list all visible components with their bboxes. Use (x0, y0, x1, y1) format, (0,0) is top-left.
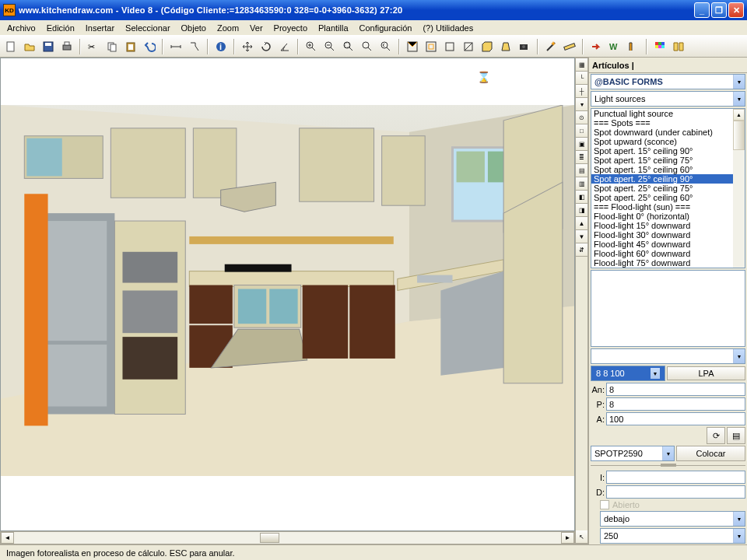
menu-insertar[interactable]: Insertar (80, 22, 120, 34)
i-field[interactable] (606, 471, 745, 484)
menu-objeto[interactable]: Objeto (176, 22, 212, 34)
list-item[interactable]: Flood-light 30° downward (591, 230, 733, 240)
list-item[interactable]: Spot apert. 25° ceiling 90° (591, 174, 733, 184)
ruler-btn-13[interactable]: ▲ (576, 217, 587, 230)
dims-display[interactable]: 8 8 100▼ (591, 366, 665, 381)
view-plan-icon[interactable] (405, 39, 420, 54)
ruler-btn-7[interactable]: ▣ (576, 138, 587, 151)
angle-icon[interactable] (277, 39, 293, 54)
dimension-icon[interactable] (168, 39, 184, 54)
catalog-combo[interactable]: @BASIC FORMS▼ (591, 74, 745, 89)
close-button[interactable]: ✕ (728, 2, 744, 18)
view-front-icon[interactable] (423, 39, 439, 54)
list-item[interactable]: Spot downward (under cabinet) (591, 128, 733, 137)
list-scrollbar[interactable]: ▲ (733, 109, 745, 268)
view-elevation-icon[interactable] (442, 39, 458, 54)
ruler-btn-11[interactable]: ◧ (576, 191, 587, 204)
ruler-btn-4[interactable]: ▾ (576, 98, 587, 111)
menu-ver[interactable]: Ver (244, 22, 268, 34)
ref-combo[interactable]: SPOTP2590▼ (591, 446, 675, 461)
list-item[interactable]: Flood-light 75° downward (591, 258, 733, 268)
magic-icon[interactable] (543, 39, 559, 54)
article-list[interactable]: Punctual light source=== Spots ===Spot d… (591, 108, 745, 268)
paste-icon[interactable] (123, 39, 139, 54)
measure-icon[interactable] (562, 39, 577, 54)
list-item[interactable]: Spot apert. 15° ceiling 75° (591, 156, 733, 165)
list-item[interactable]: === Spots === (591, 118, 733, 128)
info-icon[interactable]: i (213, 39, 229, 54)
scroll-thumb[interactable] (260, 533, 279, 543)
zoom-window-icon[interactable] (341, 39, 356, 54)
viewport-3d[interactable]: ⌛ (0, 58, 575, 531)
ruler-btn-5[interactable]: ⊙ (576, 111, 587, 124)
ruler-btn-15[interactable]: ⇵ (576, 243, 587, 257)
scroll-left-icon[interactable]: ◄ (1, 532, 14, 544)
zoom-in-icon[interactable] (303, 39, 319, 54)
chevron-down-icon[interactable]: ▼ (733, 92, 745, 106)
pos2-combo[interactable]: 250▼ (600, 528, 745, 544)
menu-seleccionar[interactable]: Seleccionar (120, 22, 175, 34)
ruler-btn-12[interactable]: ◨ (576, 204, 587, 217)
list-item[interactable]: Spot apert. 25° ceiling 60° (591, 193, 733, 202)
print-icon[interactable] (59, 39, 75, 54)
horizontal-scrollbar[interactable]: ◄ ► (0, 531, 575, 544)
p-field[interactable] (606, 397, 745, 411)
ruler-btn-2[interactable]: └ (576, 72, 587, 85)
finish-combo[interactable]: ▼ (591, 348, 745, 364)
ruler-btn-3[interactable]: ┼ (576, 85, 587, 98)
list-item[interactable]: Flood-light 0° (horizontal) (591, 212, 733, 221)
zoom-extents-icon[interactable] (359, 39, 375, 54)
lpa-button[interactable]: LPA (667, 366, 745, 380)
w-icon[interactable]: W (607, 39, 622, 54)
an-field[interactable] (606, 383, 745, 396)
book-icon[interactable] (671, 39, 686, 54)
list-item[interactable]: Spot apert. 25° ceiling 75° (591, 184, 733, 193)
ruler-btn-10[interactable]: ▥ (576, 177, 587, 191)
copy-icon[interactable] (104, 39, 120, 54)
menu-proyecto[interactable]: Proyecto (268, 22, 313, 34)
wall-icon[interactable] (626, 39, 641, 54)
list-item[interactable]: Flood-light 15° downward (591, 221, 733, 230)
refresh-button[interactable]: ⟳ (707, 427, 725, 444)
open-icon[interactable] (22, 39, 37, 54)
view-persp-icon[interactable] (498, 39, 514, 54)
list-item[interactable]: Flood-light 60° downward (591, 249, 733, 258)
a-field[interactable] (606, 412, 745, 425)
list-item[interactable]: Spot apert. 15° ceiling 60° (591, 165, 733, 174)
list-item[interactable]: Flood-light 45° downward (591, 240, 733, 249)
undo-icon[interactable] (142, 39, 157, 54)
move-icon[interactable] (240, 39, 255, 54)
ruler-btn-9[interactable]: ▤ (576, 164, 587, 177)
palette-icon[interactable] (652, 39, 668, 54)
ruler-btn-14[interactable]: ▼ (576, 230, 587, 243)
menu-plantilla[interactable]: Plantilla (313, 22, 354, 34)
category-combo[interactable]: Light sources▼ (591, 91, 745, 107)
save-icon[interactable] (40, 39, 56, 54)
zoom-out-icon[interactable] (322, 39, 338, 54)
ruler-btn-8[interactable]: ≣ (576, 151, 587, 164)
zoom-previous-icon[interactable] (378, 39, 394, 54)
arrow-red-icon[interactable] (588, 39, 604, 54)
place-button[interactable]: Colocar (676, 446, 745, 461)
ruler-btn-1[interactable]: ▦ (576, 58, 587, 72)
view-iso-icon[interactable] (479, 39, 495, 54)
pos-combo[interactable]: debajo▼ (600, 511, 745, 527)
view-elev2-icon[interactable] (461, 39, 476, 54)
menu-archivo[interactable]: Archivo (2, 22, 41, 34)
ruler-btn-6[interactable]: □ (576, 124, 587, 138)
list-item[interactable]: === Flood-light (sun) === (591, 202, 733, 212)
details-button[interactable]: ▤ (727, 427, 745, 444)
menu-configuracion[interactable]: Configuración (354, 22, 418, 34)
menu-utilidades[interactable]: (?) Utilidades (417, 22, 479, 34)
ruler-pointer-icon[interactable]: ↖ (576, 530, 587, 544)
menu-edicion[interactable]: Edición (41, 22, 80, 34)
camera-icon[interactable] (517, 39, 532, 54)
list-item[interactable]: Punctual light source (591, 109, 733, 118)
list-item[interactable]: Spot upward (sconce) (591, 137, 733, 146)
new-icon[interactable] (3, 39, 19, 54)
cut-icon[interactable]: ✂ (86, 39, 101, 54)
scroll-right-icon[interactable]: ► (561, 532, 574, 544)
menu-zoom[interactable]: Zoom (212, 22, 244, 34)
leader-icon[interactable] (187, 39, 202, 54)
list-item[interactable]: Spot apert. 15° ceiling 90° (591, 146, 733, 156)
